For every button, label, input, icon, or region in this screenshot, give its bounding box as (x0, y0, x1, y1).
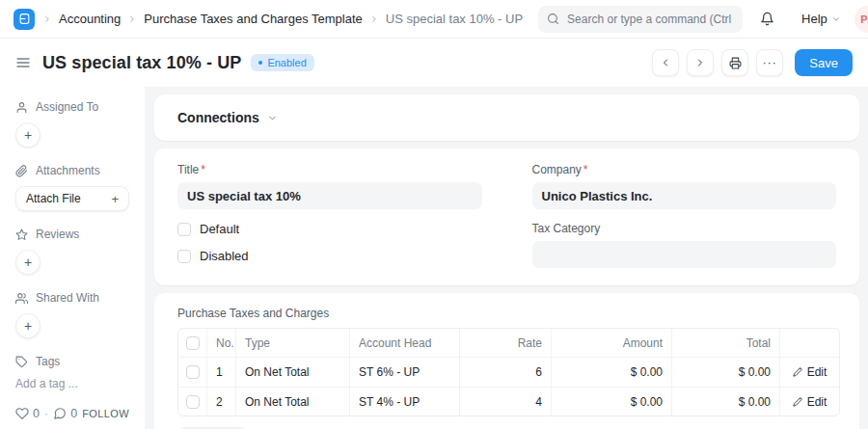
notifications-button[interactable] (756, 8, 778, 30)
connections-section[interactable]: Connections (154, 94, 859, 141)
attachments-section: Attachments Attach File + (15, 164, 129, 211)
amount-cell[interactable]: $ 0.00 (552, 358, 672, 387)
assigned-to-section: Assigned To + (15, 100, 129, 147)
attach-file-label: Attach File (26, 192, 81, 205)
sidebar-footer: 0 · 0 FOLLOW You edited this (15, 407, 129, 429)
comments-button[interactable]: 0 (53, 407, 77, 420)
tax-category-input[interactable] (532, 241, 837, 268)
column-account-head: Account Head (350, 329, 460, 358)
breadcrumb: Accounting Purchase Taxes and Charges Te… (42, 12, 523, 26)
add-review-button[interactable]: + (15, 250, 41, 275)
reviews-header: Reviews (15, 228, 129, 241)
row-checkbox[interactable] (186, 365, 200, 379)
more-options-button[interactable]: ··· (756, 49, 783, 76)
ellipsis-icon: ··· (763, 56, 777, 69)
like-count: 0 (33, 407, 40, 420)
page-body: Assigned To + Attachments Attach File + … (0, 87, 868, 429)
table-header-row: No. Type Account Head Rate Amount Total (178, 329, 839, 358)
edit-row-button[interactable]: Edit (780, 387, 839, 416)
heart-icon (15, 407, 29, 420)
navbar: Accounting Purchase Taxes and Charges Te… (0, 0, 868, 39)
app-window: Accounting Purchase Taxes and Charges Te… (0, 0, 868, 429)
paperclip-icon (15, 165, 28, 177)
details-section: Title* US special tax 10% Default Disabl… (154, 148, 859, 285)
rate-cell[interactable]: 4 (460, 387, 552, 416)
edit-row-button[interactable]: Edit (780, 358, 839, 387)
breadcrumb-accounting[interactable]: Accounting (59, 12, 121, 26)
shared-with-section: Shared With + (15, 291, 129, 338)
breadcrumb-template-list[interactable]: Purchase Taxes and Charges Template (144, 12, 362, 26)
previous-document-button[interactable] (652, 49, 679, 76)
table-row: 1 On Net Total ST 6% - UP 6 $ 0.00 $ 0.0… (178, 358, 839, 387)
column-rate: Rate (460, 329, 552, 358)
amount-cell[interactable]: $ 0.00 (552, 387, 672, 416)
app-logo-icon[interactable] (14, 9, 35, 30)
title-input[interactable]: US special tax 10% (177, 182, 482, 209)
title-field-label: Title* (177, 163, 482, 176)
chevron-down-icon (267, 113, 278, 123)
star-icon (15, 228, 28, 241)
account-head-cell[interactable]: ST 4% - UP (350, 387, 460, 416)
chevron-left-icon (660, 57, 671, 68)
connections-title: Connections (177, 110, 259, 125)
account-head-cell[interactable]: ST 6% - UP (350, 358, 460, 387)
row-number[interactable]: 2 (207, 387, 236, 416)
edit-label: Edit (807, 395, 827, 409)
total-cell[interactable]: $ 0.00 (672, 387, 780, 416)
column-type: Type (236, 329, 350, 358)
assigned-to-header: Assigned To (15, 100, 129, 114)
plus-icon: + (111, 192, 119, 206)
help-menu[interactable]: Help (801, 12, 841, 26)
company-field: Company* Unico Plastics Inc. (532, 163, 837, 209)
status-badge: Enabled (251, 54, 313, 71)
like-button[interactable]: 0 (15, 407, 40, 420)
global-search[interactable] (538, 6, 743, 33)
chevron-down-icon (831, 14, 841, 24)
chevron-right-icon (42, 14, 52, 24)
required-marker: * (583, 163, 588, 176)
sidebar-toggle-icon[interactable] (15, 55, 31, 70)
disabled-checkbox[interactable] (177, 250, 191, 263)
required-marker: * (201, 163, 205, 176)
reviews-section: Reviews + (15, 228, 129, 275)
avatar[interactable]: PR (854, 6, 868, 33)
printer-icon (729, 57, 742, 69)
edit-label: Edit (807, 365, 827, 379)
follow-button[interactable]: FOLLOW (82, 408, 129, 419)
next-document-button[interactable] (687, 49, 714, 76)
default-checkbox-row[interactable]: Default (177, 222, 482, 236)
default-label: Default (200, 222, 239, 236)
add-tag-input[interactable]: Add a tag ... (15, 377, 129, 390)
type-cell[interactable]: On Net Total (236, 358, 350, 387)
tax-category-field-label: Tax Category (532, 222, 837, 235)
shared-with-header: Shared With (15, 291, 129, 305)
help-label: Help (801, 12, 827, 26)
save-button[interactable]: Save (795, 49, 853, 76)
default-checkbox[interactable] (177, 223, 191, 236)
type-cell[interactable]: On Net Total (236, 387, 350, 416)
row-number[interactable]: 1 (207, 358, 236, 387)
company-input[interactable]: Unico Plastics Inc. (532, 182, 837, 209)
attach-file-button[interactable]: Attach File + (15, 186, 129, 211)
row-checkbox[interactable] (186, 395, 200, 409)
tax-category-field: Tax Category (532, 222, 837, 268)
assigned-to-label: Assigned To (36, 100, 98, 114)
shared-with-label: Shared With (36, 291, 99, 305)
total-cell[interactable]: $ 0.00 (672, 358, 780, 387)
select-all-checkbox[interactable] (186, 336, 200, 350)
form-left-column: Title* US special tax 10% Default Disabl… (177, 163, 482, 268)
comment-count: 0 (70, 407, 77, 420)
chevron-right-icon (369, 14, 379, 24)
page-title: US special tax 10% - UP (42, 53, 241, 73)
user-icon (15, 101, 28, 114)
print-button[interactable] (721, 49, 748, 76)
add-share-button[interactable]: + (15, 313, 41, 338)
company-field-label: Company* (532, 163, 837, 176)
add-assignment-button[interactable]: + (15, 122, 41, 147)
attachments-header: Attachments (15, 164, 129, 177)
rate-cell[interactable]: 6 (460, 358, 552, 387)
search-input[interactable] (538, 6, 743, 33)
disabled-checkbox-row[interactable]: Disabled (177, 249, 482, 263)
social-row: 0 · 0 FOLLOW (15, 407, 129, 420)
search-icon (547, 13, 559, 25)
